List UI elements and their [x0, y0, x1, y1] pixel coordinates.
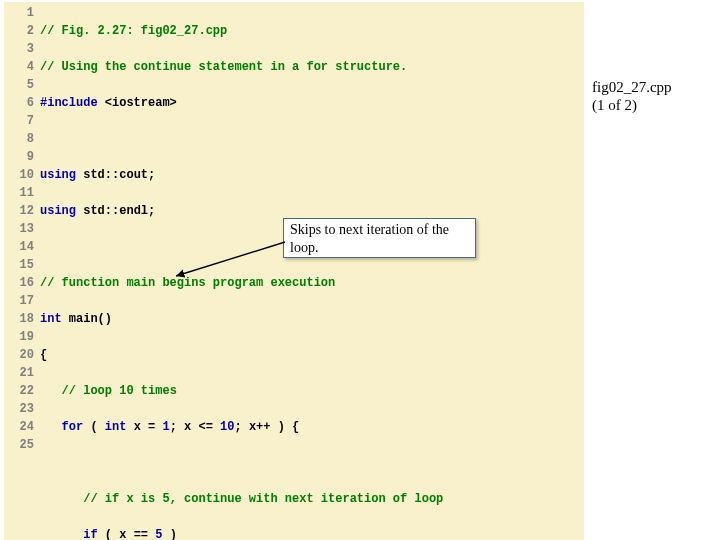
- code-line: // function main begins program executio…: [40, 274, 584, 292]
- line-number: 11: [4, 184, 34, 202]
- code-line: #include <iostream>: [40, 94, 584, 112]
- code-line: // Fig. 2.27: fig02_27.cpp: [40, 22, 584, 40]
- line-number: 22: [4, 382, 34, 400]
- line-number: 23: [4, 400, 34, 418]
- line-number: 12: [4, 202, 34, 220]
- code-line: for ( int x = 1; x <= 10; x++ ) {: [40, 418, 584, 436]
- code-text: x =: [126, 420, 162, 434]
- indent: [40, 384, 62, 398]
- code-block: 1 2 3 4 5 6 7 8 9 10 11 12 13 14 15 16 1…: [4, 2, 584, 540]
- line-number: 3: [4, 40, 34, 58]
- line-number: 16: [4, 274, 34, 292]
- code-text: ( x ==: [98, 528, 156, 540]
- caption-filename: fig02_27.cpp: [592, 78, 672, 96]
- line-number: 10: [4, 166, 34, 184]
- keyword: int: [105, 420, 127, 434]
- line-number: 20: [4, 346, 34, 364]
- code-text: (: [83, 420, 105, 434]
- line-number: 14: [4, 238, 34, 256]
- code-text: {: [40, 348, 47, 362]
- code-line: int main(): [40, 310, 584, 328]
- code-text: std::cout;: [76, 168, 155, 182]
- code-line: // if x is 5, continue with next iterati…: [40, 490, 584, 508]
- line-number: 6: [4, 94, 34, 112]
- comment: // Fig. 2.27: fig02_27.cpp: [40, 24, 227, 38]
- code-text: std::endl;: [76, 204, 155, 218]
- source-code: // Fig. 2.27: fig02_27.cpp // Using the …: [40, 4, 584, 540]
- comment: // Using the continue statement in a for…: [40, 60, 407, 74]
- code-line: [40, 454, 584, 472]
- line-number: 1: [4, 4, 34, 22]
- line-number: 21: [4, 364, 34, 382]
- line-number: 5: [4, 76, 34, 94]
- figure-caption: fig02_27.cpp (1 of 2): [592, 78, 672, 114]
- line-number: 19: [4, 328, 34, 346]
- keyword: if: [83, 528, 97, 540]
- keyword: using: [40, 168, 76, 182]
- comment: // function main begins program executio…: [40, 276, 335, 290]
- keyword: int: [40, 312, 62, 326]
- code-line: {: [40, 346, 584, 364]
- line-number: 18: [4, 310, 34, 328]
- indent: [40, 420, 62, 434]
- keyword: using: [40, 204, 76, 218]
- code-text: <iostream>: [98, 96, 177, 110]
- callout-box: Skips to next iteration of the loop.: [283, 218, 476, 258]
- line-number: 25: [4, 436, 34, 454]
- callout-text: Skips to next iteration of the loop.: [290, 222, 449, 255]
- comment: // loop 10 times: [62, 384, 177, 398]
- line-number: 2: [4, 22, 34, 40]
- code-line: [40, 130, 584, 148]
- code-text: main(): [62, 312, 112, 326]
- line-number: 7: [4, 112, 34, 130]
- code-text: ; x++ ) {: [234, 420, 299, 434]
- line-number: 15: [4, 256, 34, 274]
- line-number: 13: [4, 220, 34, 238]
- code-line: if ( x == 5 ): [40, 526, 584, 540]
- code-line: using std::cout;: [40, 166, 584, 184]
- comment: // if x is 5, continue with next iterati…: [83, 492, 443, 506]
- code-text: ; x <=: [170, 420, 220, 434]
- code-line: // Using the continue statement in a for…: [40, 58, 584, 76]
- indent: [40, 528, 83, 540]
- number: 1: [162, 420, 169, 434]
- line-number: 17: [4, 292, 34, 310]
- code-text: ): [162, 528, 176, 540]
- indent: [40, 492, 83, 506]
- line-number: 9: [4, 148, 34, 166]
- line-number: 24: [4, 418, 34, 436]
- line-number: 8: [4, 130, 34, 148]
- keyword: for: [62, 420, 84, 434]
- caption-page: (1 of 2): [592, 96, 672, 114]
- line-number: 4: [4, 58, 34, 76]
- preprocessor: #include: [40, 96, 98, 110]
- line-number-gutter: 1 2 3 4 5 6 7 8 9 10 11 12 13 14 15 16 1…: [4, 4, 40, 540]
- code-line: // loop 10 times: [40, 382, 584, 400]
- number: 10: [220, 420, 234, 434]
